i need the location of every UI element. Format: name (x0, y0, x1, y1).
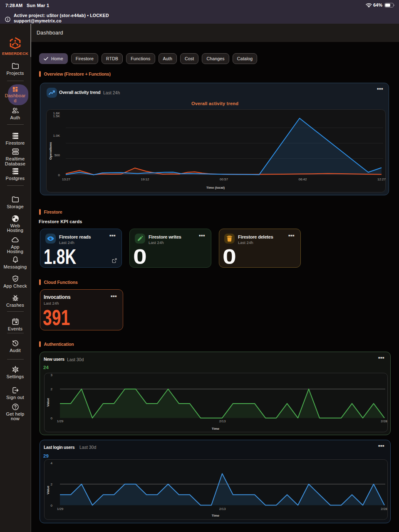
svg-text:19:12: 19:12 (141, 177, 149, 181)
svg-text:1.5K: 1.5K (53, 114, 60, 118)
svg-text:00:57: 00:57 (220, 177, 228, 181)
svg-text:1/29: 1/29 (57, 507, 64, 511)
svg-text:12:27: 12:27 (377, 177, 386, 181)
svg-text:0: 0 (51, 503, 53, 507)
svg-text:2/13: 2/13 (219, 507, 226, 511)
svg-text:1.0K: 1.0K (53, 134, 60, 138)
svg-text:13:27: 13:27 (62, 177, 71, 181)
svg-text:2/28: 2/28 (381, 507, 387, 511)
svg-text:1/29: 1/29 (57, 419, 64, 423)
svg-text:Value: Value (46, 398, 50, 406)
svg-text:2: 2 (51, 387, 53, 391)
svg-text:500: 500 (55, 153, 60, 157)
svg-text:2/13: 2/13 (219, 419, 226, 423)
svg-text:Time: Time (212, 513, 220, 517)
svg-text:0: 0 (51, 416, 53, 420)
svg-text:2: 2 (51, 482, 53, 486)
svg-text:Operations: Operations (49, 142, 52, 160)
svg-text:0: 0 (58, 173, 60, 177)
svg-text:06:42: 06:42 (298, 177, 307, 181)
svg-text:2/28: 2/28 (381, 419, 387, 423)
svg-text:4: 4 (51, 461, 53, 465)
svg-text:Time: Time (212, 427, 220, 431)
svg-text:Time (local): Time (local) (206, 186, 225, 190)
svg-text:Value: Value (46, 485, 50, 494)
svg-text:3: 3 (51, 373, 53, 377)
